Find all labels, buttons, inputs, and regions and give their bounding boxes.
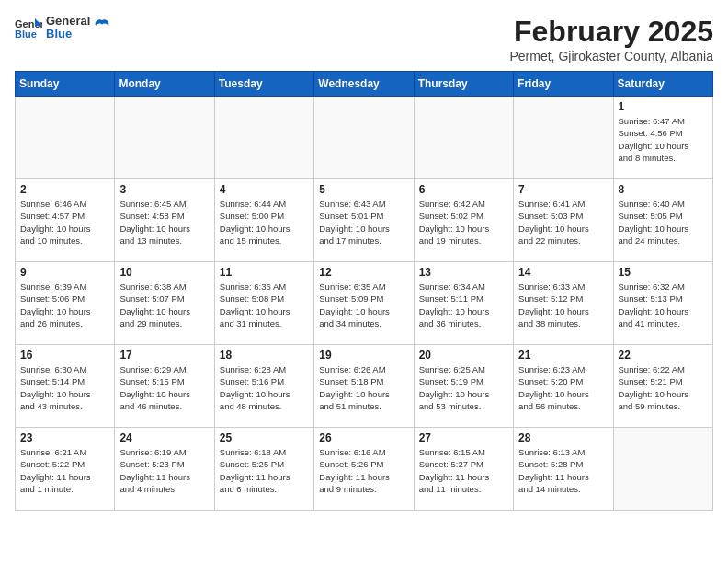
logo-general: General (46, 15, 90, 28)
day-number: 5 (319, 183, 408, 196)
day-info: Sunrise: 6:23 AMSunset: 5:20 PMDaylight:… (518, 363, 608, 412)
calendar-cell-w4-d6 (613, 428, 712, 511)
day-info: Sunrise: 6:19 AMSunset: 5:23 PMDaylight:… (119, 446, 209, 495)
calendar-cell-w4-d4: 27Sunrise: 6:15 AMSunset: 5:27 PMDayligh… (414, 428, 513, 511)
calendar-cell-w1-d2: 4Sunrise: 6:44 AMSunset: 5:00 PMDaylight… (214, 179, 313, 262)
calendar-cell-w3-d2: 18Sunrise: 6:28 AMSunset: 5:16 PMDayligh… (214, 345, 313, 428)
day-number: 22 (619, 349, 708, 362)
calendar-cell-w2-d4: 13Sunrise: 6:34 AMSunset: 5:11 PMDayligh… (414, 262, 513, 345)
day-number: 20 (419, 349, 508, 362)
day-info: Sunrise: 6:13 AMSunset: 5:28 PMDaylight:… (518, 446, 608, 495)
day-number: 21 (518, 349, 608, 362)
day-info: Sunrise: 6:45 AMSunset: 4:58 PMDaylight:… (119, 198, 209, 247)
day-number: 18 (220, 349, 309, 362)
day-number: 1 (619, 100, 708, 113)
day-info: Sunrise: 6:29 AMSunset: 5:15 PMDaylight:… (119, 363, 209, 412)
week-row-3: 16Sunrise: 6:30 AMSunset: 5:14 PMDayligh… (16, 345, 713, 428)
calendar-cell-w2-d1: 10Sunrise: 6:38 AMSunset: 5:07 PMDayligh… (115, 262, 214, 345)
day-info: Sunrise: 6:25 AMSunset: 5:19 PMDaylight:… (419, 363, 508, 412)
calendar-cell-w0-d5 (514, 97, 613, 179)
day-info: Sunrise: 6:44 AMSunset: 5:00 PMDaylight:… (220, 198, 309, 247)
header-monday: Monday (115, 72, 214, 97)
logo-icon: General Blue (15, 17, 42, 39)
calendar-cell-w4-d5: 28Sunrise: 6:13 AMSunset: 5:28 PMDayligh… (514, 428, 613, 511)
day-number: 16 (20, 349, 109, 362)
day-info: Sunrise: 6:38 AMSunset: 5:07 PMDaylight:… (119, 281, 209, 329)
calendar-cell-w0-d0 (16, 97, 115, 179)
day-info: Sunrise: 6:41 AMSunset: 5:03 PMDaylight:… (518, 198, 608, 247)
day-number: 23 (20, 431, 109, 444)
day-number: 13 (419, 266, 508, 279)
week-row-4: 23Sunrise: 6:21 AMSunset: 5:22 PMDayligh… (16, 428, 713, 511)
calendar-cell-w4-d2: 25Sunrise: 6:18 AMSunset: 5:25 PMDayligh… (214, 428, 313, 511)
logo: General Blue General Blue (15, 15, 110, 41)
day-info: Sunrise: 6:28 AMSunset: 5:16 PMDaylight:… (220, 363, 309, 412)
title-section: February 2025 Permet, Gjirokaster County… (509, 15, 713, 63)
page-header: General Blue General Blue February 2025 … (15, 15, 713, 63)
calendar-cell-w0-d3 (314, 97, 414, 179)
calendar-cell-w1-d0: 2Sunrise: 6:46 AMSunset: 4:57 PMDaylight… (16, 179, 115, 262)
day-number: 8 (619, 183, 708, 196)
day-number: 24 (119, 431, 209, 444)
week-row-1: 2Sunrise: 6:46 AMSunset: 4:57 PMDaylight… (16, 179, 713, 262)
calendar-subtitle: Permet, Gjirokaster County, Albania (509, 49, 713, 63)
calendar-cell-w3-d4: 20Sunrise: 6:25 AMSunset: 5:19 PMDayligh… (414, 345, 513, 428)
calendar-title: February 2025 (509, 15, 713, 49)
day-number: 19 (319, 349, 408, 362)
day-info: Sunrise: 6:39 AMSunset: 5:06 PMDaylight:… (20, 281, 109, 329)
calendar-cell-w0-d4 (414, 97, 513, 179)
day-info: Sunrise: 6:16 AMSunset: 5:26 PMDaylight:… (319, 446, 408, 495)
calendar-cell-w1-d5: 7Sunrise: 6:41 AMSunset: 5:03 PMDaylight… (514, 179, 613, 262)
calendar-cell-w2-d6: 15Sunrise: 6:32 AMSunset: 5:13 PMDayligh… (613, 262, 712, 345)
calendar-cell-w2-d2: 11Sunrise: 6:36 AMSunset: 5:08 PMDayligh… (214, 262, 313, 345)
day-info: Sunrise: 6:40 AMSunset: 5:05 PMDaylight:… (619, 198, 708, 247)
calendar-cell-w0-d6: 1Sunrise: 6:47 AMSunset: 4:56 PMDaylight… (613, 97, 712, 179)
calendar-cell-w2-d5: 14Sunrise: 6:33 AMSunset: 5:12 PMDayligh… (514, 262, 613, 345)
day-info: Sunrise: 6:30 AMSunset: 5:14 PMDaylight:… (20, 363, 109, 412)
day-info: Sunrise: 6:15 AMSunset: 5:27 PMDaylight:… (419, 446, 508, 495)
calendar-cell-w1-d6: 8Sunrise: 6:40 AMSunset: 5:05 PMDaylight… (613, 179, 712, 262)
calendar-cell-w3-d0: 16Sunrise: 6:30 AMSunset: 5:14 PMDayligh… (16, 345, 115, 428)
day-info: Sunrise: 6:22 AMSunset: 5:21 PMDaylight:… (619, 363, 708, 412)
day-info: Sunrise: 6:43 AMSunset: 5:01 PMDaylight:… (319, 198, 408, 247)
day-number: 17 (119, 349, 209, 362)
header-tuesday: Tuesday (214, 72, 313, 97)
calendar-cell-w2-d3: 12Sunrise: 6:35 AMSunset: 5:09 PMDayligh… (314, 262, 414, 345)
week-row-0: 1Sunrise: 6:47 AMSunset: 4:56 PMDaylight… (16, 97, 713, 179)
week-row-2: 9Sunrise: 6:39 AMSunset: 5:06 PMDaylight… (16, 262, 713, 345)
day-number: 7 (518, 183, 608, 196)
calendar-cell-w3-d1: 17Sunrise: 6:29 AMSunset: 5:15 PMDayligh… (115, 345, 214, 428)
day-number: 25 (220, 431, 309, 444)
calendar-cell-w0-d2 (214, 97, 313, 179)
day-info: Sunrise: 6:35 AMSunset: 5:09 PMDaylight:… (319, 281, 408, 329)
calendar-cell-w3-d6: 22Sunrise: 6:22 AMSunset: 5:21 PMDayligh… (613, 345, 712, 428)
day-info: Sunrise: 6:18 AMSunset: 5:25 PMDaylight:… (220, 446, 309, 495)
calendar-table: Sunday Monday Tuesday Wednesday Thursday… (15, 71, 713, 511)
calendar-cell-w1-d4: 6Sunrise: 6:42 AMSunset: 5:02 PMDaylight… (414, 179, 513, 262)
calendar-cell-w4-d1: 24Sunrise: 6:19 AMSunset: 5:23 PMDayligh… (115, 428, 214, 511)
calendar-cell-w3-d5: 21Sunrise: 6:23 AMSunset: 5:20 PMDayligh… (514, 345, 613, 428)
calendar-cell-w4-d0: 23Sunrise: 6:21 AMSunset: 5:22 PMDayligh… (16, 428, 115, 511)
day-number: 28 (518, 431, 608, 444)
calendar-cell-w0-d1 (115, 97, 214, 179)
calendar-cell-w4-d3: 26Sunrise: 6:16 AMSunset: 5:26 PMDayligh… (314, 428, 414, 511)
day-info: Sunrise: 6:36 AMSunset: 5:08 PMDaylight:… (220, 281, 309, 329)
header-thursday: Thursday (414, 72, 513, 97)
calendar-cell-w3-d3: 19Sunrise: 6:26 AMSunset: 5:18 PMDayligh… (314, 345, 414, 428)
day-info: Sunrise: 6:26 AMSunset: 5:18 PMDaylight:… (319, 363, 408, 412)
day-info: Sunrise: 6:47 AMSunset: 4:56 PMDaylight:… (619, 115, 708, 164)
header-saturday: Saturday (613, 72, 712, 97)
header-sunday: Sunday (16, 72, 115, 97)
day-number: 9 (20, 266, 109, 279)
header-friday: Friday (514, 72, 613, 97)
header-row: Sunday Monday Tuesday Wednesday Thursday… (16, 72, 713, 97)
calendar-cell-w1-d1: 3Sunrise: 6:45 AMSunset: 4:58 PMDaylight… (115, 179, 214, 262)
logo-blue: Blue (46, 28, 90, 40)
calendar-cell-w2-d0: 9Sunrise: 6:39 AMSunset: 5:06 PMDaylight… (16, 262, 115, 345)
day-info: Sunrise: 6:46 AMSunset: 4:57 PMDaylight:… (20, 198, 109, 247)
logo-bird-icon (94, 18, 110, 37)
day-number: 27 (419, 431, 508, 444)
day-number: 11 (220, 266, 309, 279)
day-number: 12 (319, 266, 408, 279)
day-info: Sunrise: 6:21 AMSunset: 5:22 PMDaylight:… (20, 446, 109, 495)
